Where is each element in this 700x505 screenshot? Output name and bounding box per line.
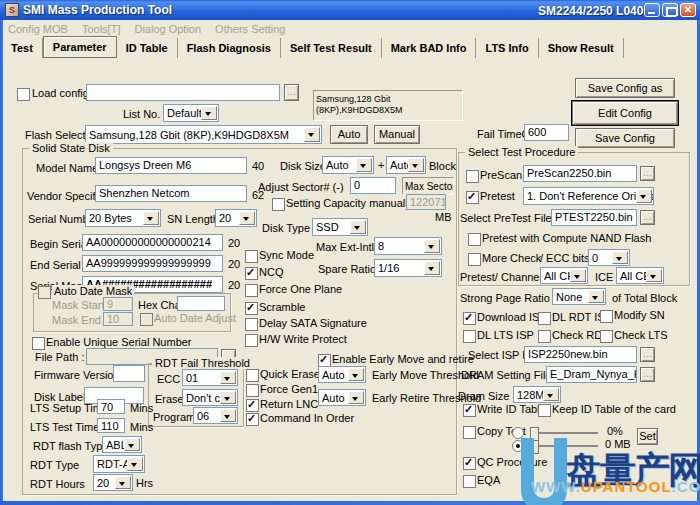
menu-config-mob[interactable]: Config MOB	[8, 23, 68, 35]
disk-type-dropdown[interactable]: SSD	[312, 218, 368, 236]
serial-number-dropdown[interactable]: 20 Bytes	[85, 209, 161, 227]
select-isp-file-input[interactable]: ISP2250new.bin	[524, 346, 637, 363]
pretest-checkbox[interactable]	[466, 191, 479, 204]
save-config-as-button[interactable]: Save Config as	[575, 78, 675, 98]
sync-mode-checkbox[interactable]	[245, 250, 258, 263]
tab-id-table[interactable]: ID Table	[117, 38, 178, 58]
early-retire-dropdown[interactable]: Auto	[318, 389, 366, 406]
flash-info-box: Samsung,128 Gbit (8KP),K9HDGD8X5M	[313, 90, 463, 121]
edit-config-button[interactable]: Edit Config	[572, 101, 678, 125]
scramble-checkbox[interactable]	[245, 302, 258, 315]
write-id-table-checkbox[interactable]	[463, 404, 476, 417]
mask-start-pos-input[interactable]: 9	[103, 297, 133, 311]
ncq-checkbox[interactable]	[245, 267, 258, 280]
pretest-channel-dropdown[interactable]: All CH	[540, 267, 588, 284]
lts-setup-time-input[interactable]: 70	[97, 399, 125, 414]
model-name-input[interactable]: Longsys Dreen M6	[95, 157, 247, 174]
manual-button[interactable]: Manual	[374, 125, 420, 144]
prescan-browse-button[interactable]: ...	[640, 166, 655, 181]
save-config-button[interactable]: Save Config	[575, 128, 675, 148]
rdt-hours-dropdown[interactable]: 20	[93, 474, 133, 491]
check-lts-checkbox[interactable]	[600, 330, 613, 343]
auto-button[interactable]: Auto	[330, 125, 368, 144]
tab-mark-bad-info[interactable]: Mark BAD Info	[382, 38, 477, 58]
list-no-dropdown[interactable]: Default	[163, 104, 219, 122]
chevron-down-icon	[636, 189, 652, 203]
eqa-checkbox[interactable]	[463, 475, 476, 488]
erase-dropdown[interactable]: Don't care	[182, 389, 238, 406]
early-move-dropdown[interactable]: Auto	[318, 366, 366, 383]
copy-test-percent-slider[interactable]	[530, 432, 598, 434]
spare-ratio-dropdown[interactable]: 1/16	[374, 259, 442, 277]
select-isp-browse-button[interactable]: ...	[640, 347, 655, 362]
strong-page-ratio-dropdown[interactable]: None	[552, 288, 606, 305]
end-serial-input[interactable]: AA999999999999999999	[82, 255, 223, 272]
rdt-flash-type-dropdown[interactable]: ABL	[102, 436, 142, 453]
disk-size-block-dropdown[interactable]: Auto	[386, 156, 426, 174]
adjust-sector-input[interactable]: 0	[350, 177, 396, 194]
command-in-order-checkbox[interactable]	[246, 413, 259, 426]
select-pretest-browse-button[interactable]: ...	[640, 210, 655, 225]
close-button[interactable]: ✕	[680, 3, 696, 17]
program-dropdown[interactable]: 06	[193, 407, 238, 424]
more-check-checkbox[interactable]	[468, 253, 481, 266]
tab-show-result[interactable]: Show Result	[539, 38, 624, 58]
dl-lts-isp-checkbox[interactable]	[463, 330, 476, 343]
set-button[interactable]: Set	[637, 428, 658, 445]
vendor-specific-input[interactable]: Shenzhen Netcom	[95, 185, 247, 202]
load-config-browse-button[interactable]: ...	[284, 84, 299, 101]
force-one-plane-checkbox[interactable]	[245, 284, 258, 297]
qc-procedure-checkbox[interactable]	[463, 457, 476, 470]
dram-setting-browse-button[interactable]: ...	[640, 367, 655, 382]
tab-test[interactable]: Test	[2, 38, 43, 58]
hw-write-protect-checkbox[interactable]	[245, 334, 258, 347]
setting-capacity-input[interactable]: 122071	[406, 194, 446, 210]
keep-id-table-checkbox[interactable]	[538, 404, 551, 417]
minimize-button[interactable]	[644, 3, 660, 17]
tab-lts-info[interactable]: LTS Info	[476, 38, 538, 58]
max-ext-intlv-dropdown[interactable]: 8	[374, 237, 442, 255]
fail-timeout-input[interactable]: 600	[524, 124, 569, 141]
auto-date-mask-checkbox[interactable]	[38, 286, 51, 299]
dram-setting-file-input[interactable]: E_Dram_Nynya_Hynix.bin	[546, 366, 637, 383]
auto-date-adjust-checkbox[interactable]	[140, 313, 153, 326]
maximize-button[interactable]	[662, 3, 678, 17]
pretest-compute-checkbox[interactable]	[468, 233, 481, 246]
quick-erase-checkbox[interactable]	[246, 369, 259, 382]
ice-dropdown[interactable]: All CE	[616, 267, 664, 284]
tab-parameter[interactable]: Parameter	[43, 36, 117, 58]
begin-serial-input[interactable]: AA000000000000000214	[82, 234, 223, 251]
pretest-dropdown[interactable]: 1. Don't Reference Original Bad	[523, 187, 654, 205]
prescan-input[interactable]: PreScan2250.bin	[523, 165, 637, 182]
flash-select-dropdown[interactable]: Samsung,128 Gbit (8KP),K9HDGD8X5M	[85, 125, 322, 144]
menu-others-setting[interactable]: Others Setting	[215, 23, 285, 35]
prescan-checkbox[interactable]	[466, 170, 479, 183]
firmware-version-input[interactable]	[113, 365, 145, 382]
ecc-dropdown[interactable]: 01	[182, 369, 238, 386]
ecc-bits-dropdown[interactable]: 0	[588, 249, 630, 266]
dl-rdt-isp-checkbox[interactable]	[538, 312, 551, 325]
copy-test-checkbox[interactable]	[463, 426, 476, 439]
lts-test-time-input[interactable]: 110	[97, 418, 125, 433]
delay-sata-checkbox[interactable]	[245, 318, 258, 331]
menu-tools[interactable]: Tools[T]	[82, 23, 121, 35]
mask-end-pos-input[interactable]: 10	[103, 312, 133, 326]
disk-size-dropdown[interactable]: Auto	[322, 156, 374, 174]
modify-sn-checkbox[interactable]	[600, 310, 613, 323]
rdt-type-dropdown[interactable]: RDT-A	[93, 455, 145, 473]
return-lnc-checkbox[interactable]	[246, 399, 259, 412]
tab-flash-diagnosis[interactable]: Flash Diagnosis	[178, 38, 281, 58]
force-gen1-checkbox[interactable]	[246, 384, 259, 397]
sn-length-dropdown[interactable]: 20	[215, 209, 257, 227]
hex-char-input[interactable]	[177, 296, 225, 311]
load-config-input[interactable]	[86, 84, 280, 101]
dram-size-dropdown[interactable]: 128M	[513, 386, 561, 403]
check-rdt-checkbox[interactable]	[538, 330, 551, 343]
menu-dialog-option[interactable]: Dialog Option	[134, 23, 201, 35]
tab-self-test-result[interactable]: Self Test Result	[281, 38, 382, 58]
enable-unique-serial-checkbox[interactable]	[32, 337, 45, 350]
load-config-checkbox[interactable]	[17, 88, 30, 101]
setting-capacity-checkbox[interactable]	[272, 198, 285, 211]
download-isp-checkbox[interactable]	[463, 312, 476, 325]
select-pretest-file-input[interactable]: PTEST2250.bin	[551, 209, 637, 226]
